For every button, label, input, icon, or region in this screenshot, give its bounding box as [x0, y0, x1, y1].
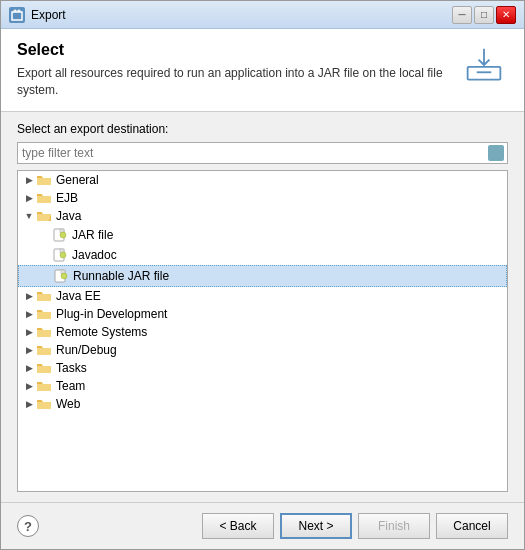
tree-toggle[interactable]: ▶ [22, 397, 36, 411]
tree-toggle[interactable]: ▶ [22, 343, 36, 357]
tree-toggle[interactable]: ▼ [22, 209, 36, 223]
tree-toggle[interactable]: ▶ [22, 289, 36, 303]
folder-icon [36, 289, 52, 303]
tree-item-label: Java EE [56, 289, 101, 303]
folder-icon [36, 307, 52, 321]
dialog-title: Select [17, 41, 448, 59]
dialog-header: Select Export all resources required to … [1, 29, 524, 112]
svg-rect-0 [12, 12, 22, 20]
tree-item-label: Tasks [56, 361, 87, 375]
tree-toggle[interactable]: ▶ [22, 191, 36, 205]
tree-item-label: JAR file [72, 228, 113, 242]
minimize-button[interactable]: ─ [452, 6, 472, 24]
folder-icon [36, 379, 52, 393]
javadoc-icon [52, 247, 68, 263]
footer-buttons: < Back Next > Finish Cancel [202, 513, 508, 539]
folder-icon [36, 343, 52, 357]
tree-item[interactable]: ▶ EJB [18, 189, 507, 207]
tree-container[interactable]: ▶ General ▶ EJB ▼ [17, 170, 508, 492]
folder-icon [36, 325, 52, 339]
svg-point-10 [61, 273, 67, 279]
tree-item-label: Web [56, 397, 80, 411]
tree-toggle[interactable]: ▶ [22, 361, 36, 375]
folder-icon [36, 173, 52, 187]
folder-icon [36, 397, 52, 411]
svg-point-4 [60, 232, 66, 238]
tree-item-label: General [56, 173, 99, 187]
help-button[interactable]: ? [17, 515, 39, 537]
title-bar: Export ─ □ ✕ [1, 1, 524, 29]
back-button[interactable]: < Back [202, 513, 274, 539]
tree-item-label: Javadoc [72, 248, 117, 262]
svg-point-7 [60, 252, 66, 258]
restore-button[interactable]: □ [474, 6, 494, 24]
tree-item-selected[interactable]: ▶ Runnable JAR file [18, 265, 507, 287]
export-dialog: Export ─ □ ✕ Select Export all resources… [0, 0, 525, 550]
tree-item-label: Remote Systems [56, 325, 147, 339]
tree-item[interactable]: ▶ Run/Debug [18, 341, 507, 359]
folder-open-icon [36, 209, 52, 223]
content-section: Select an export destination: ▶ General … [1, 112, 524, 502]
tree-toggle[interactable]: ▶ [22, 307, 36, 321]
window-controls: ─ □ ✕ [452, 6, 516, 24]
header-icon [460, 41, 508, 89]
tree-toggle[interactable]: ▶ [22, 325, 36, 339]
svg-rect-1 [468, 67, 501, 80]
dialog-description: Export all resources required to run an … [17, 65, 448, 99]
finish-button[interactable]: Finish [358, 513, 430, 539]
tree-item-label: Java [56, 209, 81, 223]
tree-item-label: Team [56, 379, 85, 393]
filter-input-wrap [17, 142, 508, 164]
tree-item[interactable]: ▶ Tasks [18, 359, 507, 377]
folder-icon [36, 361, 52, 375]
tree-item-label: Runnable JAR file [73, 269, 169, 283]
tree-item-label: Plug-in Development [56, 307, 167, 321]
window-icon [9, 7, 25, 23]
next-button[interactable]: Next > [280, 513, 352, 539]
tree-item[interactable]: ▶ Plug-in Development [18, 305, 507, 323]
tree-item[interactable]: ▶ General [18, 171, 507, 189]
tree-item[interactable]: ▶ Team [18, 377, 507, 395]
tree-item-label: Run/Debug [56, 343, 117, 357]
filter-icon [488, 145, 504, 161]
folder-icon [36, 191, 52, 205]
cancel-button[interactable]: Cancel [436, 513, 508, 539]
section-label: Select an export destination: [17, 122, 508, 136]
window-title: Export [31, 8, 452, 22]
jar-file-icon [52, 227, 68, 243]
tree-item[interactable]: ▼ Java [18, 207, 507, 225]
header-text: Select Export all resources required to … [17, 41, 448, 99]
tree-item[interactable]: ▶ Web [18, 395, 507, 413]
tree-item[interactable]: ▶ Javadoc [18, 245, 507, 265]
tree-item[interactable]: ▶ Java EE [18, 287, 507, 305]
runnable-jar-icon [53, 268, 69, 284]
tree-toggle[interactable]: ▶ [22, 173, 36, 187]
footer-section: ? < Back Next > Finish Cancel [1, 502, 524, 549]
filter-input[interactable] [17, 142, 508, 164]
close-button[interactable]: ✕ [496, 6, 516, 24]
tree-item-label: EJB [56, 191, 78, 205]
tree-item[interactable]: ▶ Remote Systems [18, 323, 507, 341]
tree-toggle[interactable]: ▶ [22, 379, 36, 393]
tree-item[interactable]: ▶ JAR file [18, 225, 507, 245]
